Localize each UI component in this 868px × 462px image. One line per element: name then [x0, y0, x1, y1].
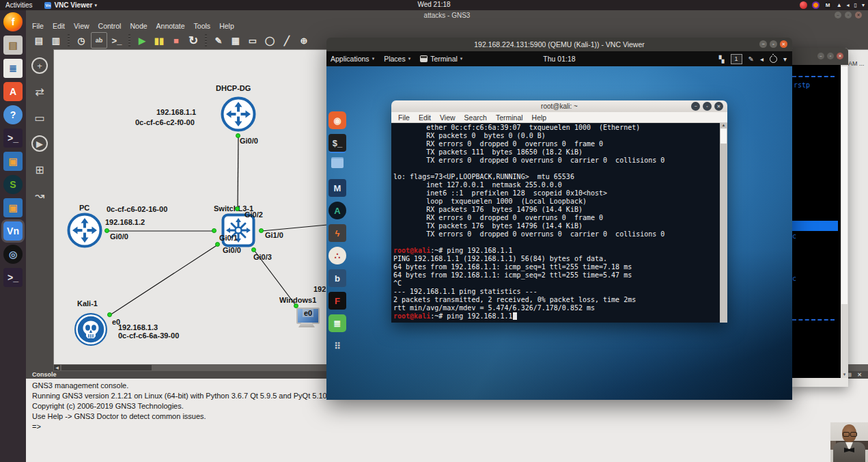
draw-rectangle-icon[interactable]: ▭: [245, 33, 260, 48]
help-icon[interactable]: ?: [3, 105, 23, 124]
scrollbar-thumb[interactable]: [720, 128, 727, 144]
opensuse-icon[interactable]: S: [3, 175, 23, 194]
terminal-icon[interactable]: >_: [3, 128, 23, 148]
app-grid-icon[interactable]: ⠿: [328, 337, 346, 355]
background-window-titlebar[interactable]: − ▫ ✕: [789, 48, 848, 65]
camera-icon[interactable]: ◎: [3, 245, 23, 264]
vmware-2-icon[interactable]: ▣: [3, 198, 23, 217]
beef-icon[interactable]: b: [328, 269, 346, 287]
vmware-icon[interactable]: ▣: [3, 152, 23, 171]
maximize-button[interactable]: ▫: [703, 102, 712, 111]
switch-console-output[interactable]: rstp c c: [791, 65, 841, 378]
burpsuite-icon[interactable]: ϟ: [328, 224, 346, 242]
node-windows1[interactable]: e0: [296, 308, 320, 324]
insert-image-icon[interactable]: ▦: [228, 33, 243, 48]
reload-icon[interactable]: ↻: [186, 33, 201, 48]
end-devices-icon[interactable]: ▭: [31, 109, 48, 126]
background-console-scrollbar[interactable]: ▾: [841, 65, 848, 378]
vnc-viewer-icon[interactable]: Vn: [3, 221, 23, 241]
add-note-icon[interactable]: ✎: [211, 33, 226, 48]
terminal-menu-terminal[interactable]: Terminal: [496, 113, 523, 122]
files-icon[interactable]: ▤: [3, 36, 23, 55]
close-button[interactable]: ✕: [780, 40, 787, 48]
minimize-button[interactable]: −: [691, 102, 700, 111]
start-icon[interactable]: ▶: [135, 33, 150, 48]
volume-icon[interactable]: ◂: [847, 2, 850, 8]
terminal-menu-edit[interactable]: Edit: [419, 113, 431, 122]
scroll-down-arrow-icon[interactable]: ▾: [841, 372, 848, 377]
hscrollbar-thumb[interactable]: [61, 365, 152, 370]
show-names-icon[interactable]: ab: [91, 32, 107, 49]
m-indicator-icon[interactable]: M: [824, 1, 832, 9]
node-dhcp-dg[interactable]: [221, 96, 256, 132]
snapshot-icon[interactable]: ◷: [74, 33, 89, 48]
chevron-down-icon[interactable]: ▾: [862, 2, 865, 8]
node-pc[interactable]: [67, 213, 102, 248]
menu-help[interactable]: Help: [219, 22, 234, 30]
ubuntu-clock[interactable]: Wed 21:18: [0, 1, 868, 8]
terminal-titlebar[interactable]: root@kali: ~ − ▫ ✕: [391, 100, 727, 112]
network-icon[interactable]: ▲: [837, 2, 842, 8]
remote-displays-icon[interactable]: ▚: [719, 55, 725, 63]
node-kali-1[interactable]: [73, 312, 109, 347]
terminal-menu-help[interactable]: Help: [532, 113, 547, 122]
menu-annotate[interactable]: Annotate: [156, 22, 185, 30]
terminal-menu-view[interactable]: View: [440, 113, 456, 122]
maximize-button[interactable]: ▫: [827, 53, 834, 59]
workspace-indicator[interactable]: 1: [731, 54, 742, 64]
firefox-indicator-icon[interactable]: [812, 1, 820, 9]
stop-icon[interactable]: ■: [169, 33, 184, 48]
close-button[interactable]: ✕: [714, 102, 723, 111]
terminal-scrollbar[interactable]: ▲: [720, 123, 727, 323]
battery-icon[interactable]: ▯: [854, 2, 857, 8]
armitage-icon[interactable]: A: [328, 202, 346, 219]
suspend-icon[interactable]: ▮▮: [152, 33, 167, 48]
terminal-menu-file[interactable]: File: [398, 113, 410, 122]
ubuntu-software-icon[interactable]: A: [3, 82, 23, 101]
security-devices-icon[interactable]: ▶: [31, 135, 48, 152]
scroll-left-arrow-icon[interactable]: ◀: [54, 365, 60, 370]
gns3-titlebar[interactable]: attacks - GNS3 − ▫ ✕: [26, 10, 868, 21]
switch-devices-icon[interactable]: ⇄: [31, 83, 48, 100]
screen-record-icon[interactable]: [800, 1, 807, 9]
terminal-output[interactable]: ether 0c:cf:c6:6a:39:07 txqueuelen 1000 …: [391, 123, 727, 323]
close-button[interactable]: ✕: [837, 53, 843, 59]
new-project-icon[interactable]: ▤: [31, 33, 46, 48]
volume-icon[interactable]: ◂: [760, 55, 764, 63]
minimize-button[interactable]: −: [759, 40, 767, 48]
scroll-up-arrow-icon[interactable]: ▲: [720, 123, 727, 127]
all-devices-icon[interactable]: ⊞: [31, 161, 48, 178]
panel-caret-icon[interactable]: ▾: [783, 55, 787, 63]
menu-edit[interactable]: Edit: [53, 22, 65, 30]
menu-file[interactable]: File: [32, 22, 44, 30]
minimize-button[interactable]: −: [817, 53, 824, 59]
writer-icon[interactable]: ≣: [3, 59, 23, 78]
console-panel-buttons[interactable]: ⊞ ✕: [847, 371, 864, 379]
menu-node[interactable]: Node: [130, 22, 147, 30]
terminal-kali-icon[interactable]: $_: [328, 134, 346, 152]
terminal-menu-search[interactable]: Search: [464, 113, 487, 122]
metasploit-icon[interactable]: M: [328, 179, 346, 197]
router-devices-icon[interactable]: +: [31, 57, 48, 74]
cherrytree-icon[interactable]: ≣: [328, 314, 346, 332]
console-prompt[interactable]: =>: [32, 422, 868, 432]
screenshot-tool-icon[interactable]: ✎: [748, 55, 754, 63]
firefox-icon[interactable]: f: [3, 12, 23, 31]
menu-view[interactable]: View: [74, 22, 89, 30]
zap-icon[interactable]: ∴: [328, 247, 346, 264]
menu-tools[interactable]: Tools: [194, 22, 211, 30]
close-button[interactable]: ✕: [855, 12, 862, 18]
terminal-2-icon[interactable]: >_: [3, 268, 23, 287]
faraday-icon[interactable]: F: [328, 292, 346, 310]
files-kali-icon[interactable]: [328, 157, 346, 174]
draw-ellipse-icon[interactable]: ◯: [262, 33, 277, 48]
add-link-icon[interactable]: ↝: [31, 187, 48, 204]
draw-line-icon[interactable]: ╱: [279, 33, 294, 48]
background-console-window[interactable]: − ▫ ✕ rstp c c ▾: [789, 48, 848, 387]
power-icon[interactable]: [770, 55, 777, 63]
zoom-in-icon[interactable]: ⊕: [296, 33, 311, 48]
maximize-button[interactable]: ▫: [845, 12, 852, 18]
menu-control[interactable]: Control: [98, 22, 122, 30]
open-project-icon[interactable]: ▥: [48, 33, 64, 48]
maximize-button[interactable]: ▫: [770, 40, 777, 48]
